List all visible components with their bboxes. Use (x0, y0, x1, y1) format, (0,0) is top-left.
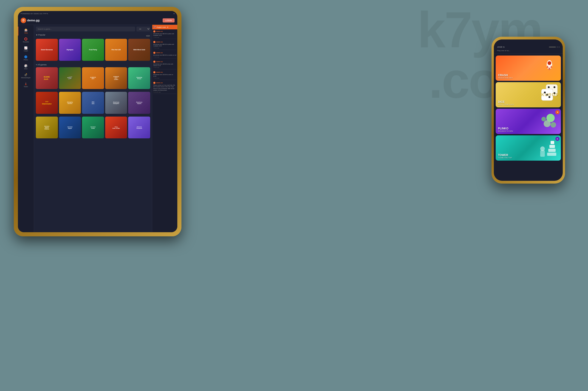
tower-game-info: TOWER CLIMB THE TOP (498, 154, 512, 159)
search-input[interactable] (36, 27, 135, 31)
svg-rect-23 (540, 150, 545, 157)
plinko-corner-badge: ✕ (555, 110, 560, 114)
svg-point-16 (544, 120, 551, 127)
sidebar-label-minesweeper: Minesweeper (21, 77, 31, 79)
chat-avatar-4: D (153, 61, 155, 63)
games-row-1: KAKKAAA AFRICARUN ALWAYSHOT (36, 67, 150, 89)
dice-icon: 🎲 (24, 64, 27, 68)
sidebar-label-dice: Dice (24, 68, 27, 70)
game-card-sweet-bonanza[interactable]: Sweet Bonanza (36, 39, 58, 61)
sidebar-item-crash[interactable]: 📈 Crash (18, 45, 34, 53)
sidebar-item-plinko[interactable]: 🔵 Plinko (18, 53, 34, 62)
sidebar-item-minesweeper[interactable]: 💣 Minesweeper (18, 71, 34, 80)
plinko-icon: 🔵 (24, 55, 27, 59)
chat-text-4: dinorbroker won 185.00 to dice with chan… (153, 63, 176, 67)
tower-game-subtitle: CLIMB THE TOP (498, 157, 512, 159)
chat-avatar-3: D (153, 52, 155, 54)
game-card-ancient-gods[interactable]: AncientGods (82, 116, 104, 139)
game-card-amazing-pirate[interactable]: AmazingPirate (128, 67, 150, 89)
game-card-triple-aaa[interactable]: A AA A (82, 92, 104, 114)
chat-message-4: D DEMO.GG dinorbroker won 185.00 to dice… (153, 61, 176, 69)
phone-game-card-crash[interactable]: CRASH REACH THE SKY (496, 56, 561, 81)
phone-game-card-plinko[interactable]: ✕ PLINKO BOUNCE TO WIN (496, 109, 561, 134)
login-button[interactable]: LOGIN (163, 18, 174, 22)
chat-username-2: DEMO.GG (156, 41, 163, 43)
all-games-title: ≡ All games (36, 64, 150, 66)
game-card-ancient-egypt[interactable]: AncientEgypt (59, 116, 81, 139)
chat-time-5: 7 hours ago (153, 77, 176, 79)
game-card-fire-hot[interactable]: Fire Hot 100 (105, 39, 127, 61)
tablet-device: POWERED BY DEMO.GG TPF% ● D demo.gg LOGI… (14, 7, 181, 236)
tower-visual-icon (536, 138, 559, 158)
phone-game-card-dice[interactable]: DICE ROLL YOUR LUCK KUROS (496, 82, 561, 107)
chat-message-5: D DEMO.GG dinorbroker won 153.00 to cras… (153, 71, 176, 80)
crash-game-info: CRASH REACH THE SKY (498, 74, 513, 79)
svg-rect-20 (548, 149, 556, 152)
logo-text: demo.gg (27, 19, 39, 22)
chat-username-5: DEMO.GG (156, 72, 163, 73)
main-content: All ★ Popular ◀ ▶ Sweet Bonanza (34, 25, 152, 232)
dice-game-subtitle: ROLL YOUR LUCK (498, 103, 514, 105)
game-card-always-hot-cubes[interactable]: ALWAYSHOTCubes (105, 67, 127, 89)
game-card-ares[interactable]: AresGod of War (105, 116, 127, 139)
game-card-fruit-party[interactable]: Fruit Party (82, 39, 104, 61)
game-card-arizona[interactable]: ArizonaTreasure (128, 116, 150, 139)
popular-games-grid: Sweet Bonanza Olympus Fruit Party (36, 39, 150, 61)
chat-avatar-2: D (153, 41, 155, 43)
svg-point-24 (540, 146, 545, 151)
sidebar-item-tower[interactable]: 🗼 Tower (18, 80, 34, 89)
chat-avatar-1: D (153, 30, 155, 33)
crash-game-subtitle: REACH THE SKY (498, 77, 513, 79)
dice-overlay-text: KUROS (541, 93, 559, 97)
sidebar-item-dice[interactable]: 🎲 Dice (18, 62, 34, 71)
chat-time-6: 3 seconds ago (153, 91, 176, 93)
dice-game-title: DICE (498, 100, 514, 103)
phone-game-card-tower[interactable]: K TOWER CLIMB THE TOP (496, 135, 561, 161)
chat-message-1: D DEMO.GG dinorbroker won $00.00 to plin… (153, 30, 176, 39)
svg-point-18 (541, 117, 546, 121)
game-card-ancient-egypt-classic[interactable]: AncientEgyptClassic (36, 116, 58, 139)
game-card-american-gigolo[interactable]: AmericanGigolo (128, 92, 150, 114)
chat-text-2: dinorbroker won $00.00 to plinko with mu… (153, 44, 176, 47)
chat-time-1: 7 hours ago (153, 36, 176, 38)
game-card-africa-run[interactable]: AFRICARUN (59, 67, 81, 89)
phone-subtitle: Play one of ou... (497, 50, 560, 52)
svg-rect-21 (549, 145, 555, 148)
game-card-almighty-sevens[interactable]: AlmightySevens (59, 92, 81, 114)
sidebar-label-plinko: Plinko (24, 59, 28, 61)
game-card-olympus[interactable]: Olympus (59, 39, 81, 61)
sidebar-item-slots[interactable]: 🎰 Slots (18, 27, 34, 36)
search-bar: All (36, 27, 150, 31)
game-card-kakk[interactable]: KAKKAAA (36, 67, 58, 89)
plinko-game-subtitle: BOUNCE TO WIN (498, 130, 513, 132)
sidebar-label-roulette: Roulette (23, 41, 29, 43)
tower-corner-badge: K (555, 137, 560, 141)
chat-text-6: Please contact us if you need help. We d… (153, 85, 176, 91)
minesweeper-icon: 💣 (24, 73, 27, 76)
chat-username-6: DEMO.GG (156, 82, 163, 84)
game-card-wild-west[interactable]: Wild West Gold (128, 39, 150, 61)
sidebar-item-roulette[interactable]: ⭕ Roulette (18, 36, 34, 45)
game-card-always-hot[interactable]: ALWAYSHOT (82, 67, 104, 89)
chat-time-3: 7 hours ago (153, 56, 176, 58)
sidebar-label-crash: Crash (24, 50, 28, 52)
tablet-status-bar: POWERED BY DEMO.GG TPF% ● (18, 11, 177, 16)
chat-message-2: D DEMO.GG dinorbroker won $00.00 to plin… (153, 41, 176, 50)
chat-username-4: DEMO.GG (156, 61, 163, 62)
svg-rect-4 (549, 68, 550, 70)
logo: D demo.gg (21, 18, 39, 23)
chat-text-1: dinorbroker won $00.00 to plinko with mu… (153, 33, 176, 36)
game-card-777[interactable]: 777Glaminator (36, 92, 58, 114)
phone-screen: JOSE G Play one of ou... (494, 39, 563, 181)
popular-nav-arrows[interactable]: ◀ ▶ (146, 34, 150, 37)
crash-game-title: CRASH (498, 74, 513, 77)
chat-username-3: DEMO.GG (156, 52, 163, 53)
filter-select[interactable]: All (137, 27, 150, 31)
chat-room-name: English room (157, 26, 166, 28)
phone-device: JOSE G Play one of ou... (491, 37, 565, 184)
sidebar-label-tower: Tower (24, 86, 28, 88)
game-card-american-gangster[interactable]: AmericanGangster (105, 92, 127, 114)
dice-game-info: DICE ROLL YOUR LUCK (498, 100, 514, 105)
tablet-screen: POWERED BY DEMO.GG TPF% ● D demo.gg LOGI… (18, 11, 177, 232)
chat-text-3: dinorbroker won $00.00 to roulette on re… (153, 54, 176, 56)
